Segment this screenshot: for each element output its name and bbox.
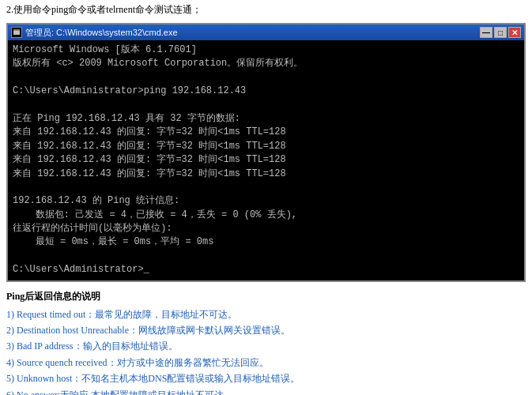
cmd-line-blank-2 — [13, 99, 519, 112]
below-cmd-section: Ping后返回信息的说明 1) Request timed out：最常见的故障… — [0, 285, 532, 395]
ping-section-title: Ping后返回信息的说明 — [6, 290, 526, 303]
ping-item-4: 4) Source quench received：对方或中途的服务器繁忙无法回… — [6, 355, 526, 371]
cmd-line-10: 往返行程的估计时间(以毫秒为单位): — [13, 222, 519, 235]
cmd-line-1: 版权所有 <c> 2009 Microsoft Corporation。保留所有… — [13, 57, 519, 70]
cmd-line-blank-4 — [13, 250, 519, 263]
minimize-button[interactable]: — — [480, 27, 492, 38]
cmd-line-9: 数据包: 己发送 = 4，已接收 = 4，丢失 = 0 (0% 丢失), — [13, 209, 519, 222]
cmd-line-blank-1 — [13, 71, 519, 85]
close-button[interactable]: ✕ — [508, 27, 521, 38]
titlebar-left: 管理员: C:\Windows\system32\cmd.exe — [11, 27, 178, 39]
cmd-line-7: 来自 192.168.12.43 的回复: 字节=32 时间<1ms TTL=1… — [13, 167, 519, 181]
cmd-line-3: 正在 Ping 192.168.12.43 具有 32 字节的数据: — [13, 112, 519, 126]
ping-item-2: 2) Destination host Unreachable：网线故障或网卡默… — [6, 322, 526, 338]
cmd-titlebar: 管理员: C:\Windows\system32\cmd.exe — □ ✕ — [8, 24, 524, 40]
cmd-line-11: 最短 = 0ms，最长 = 0ms，平均 = 0ms — [13, 235, 519, 249]
maximize-button[interactable]: □ — [494, 27, 507, 38]
cmd-line-5: 来自 192.168.12.43 的回复: 字节=32 时间<1ms TTL=1… — [13, 140, 519, 153]
cmd-line-12: C:\Users\Administrator>_ — [13, 263, 519, 276]
cmd-body: Microsoft Windows [版本 6.1.7601] 版权所有 <c>… — [8, 40, 524, 280]
cmd-window: 管理员: C:\Windows\system32\cmd.exe — □ ✕ M… — [6, 23, 526, 282]
svg-rect-1 — [13, 29, 20, 31]
titlebar-buttons: — □ ✕ — [480, 27, 521, 38]
ping-item-1: 1) Request timed out：最常见的故障，目标地址不可达。 — [6, 307, 526, 322]
cmd-line-4: 来自 192.168.12.43 的回复: 字节=32 时间<1ms TTL=1… — [13, 126, 519, 139]
cmd-title-text: 管理员: C:\Windows\system32\cmd.exe — [25, 27, 178, 39]
ping-item-6: 6) No answer:无响应,本地配置故障或目标地址不可达。 — [6, 387, 526, 395]
ping-item-5: 5) Unknown host：不知名主机本地DNS配置错误或输入目标地址错误。 — [6, 371, 526, 386]
cmd-line-8: 192.168.12.43 的 Ping 统计信息: — [13, 194, 519, 208]
cmd-line-blank-3 — [13, 181, 519, 194]
svg-rect-0 — [13, 31, 20, 35]
cmd-line-6: 来自 192.168.12.43 的回复: 字节=32 时间<1ms TTL=1… — [13, 153, 519, 167]
cmd-line-2: C:\Users\Administrator>ping 192.168.12.4… — [13, 85, 519, 98]
cmd-line-0: Microsoft Windows [版本 6.1.7601] — [13, 43, 519, 57]
ping-info-list: 1) Request timed out：最常见的故障，目标地址不可达。2) D… — [6, 307, 526, 395]
cmd-icon — [11, 27, 22, 38]
ping-item-3: 3) Bad IP address：输入的目标地址错误。 — [6, 338, 526, 354]
instruction-text: 2.使用命令ping命令或者telrnent命令测试连通； — [0, 0, 532, 20]
